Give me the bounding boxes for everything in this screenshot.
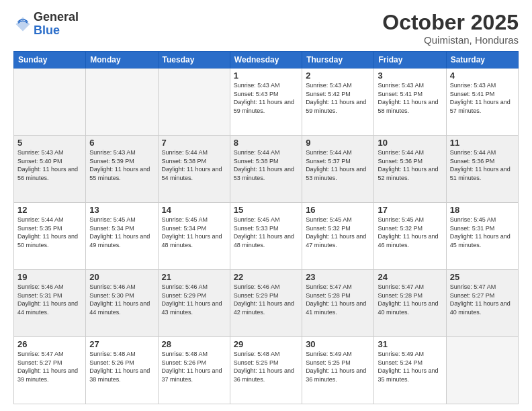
day-info: Sunrise: 5:45 AMSunset: 5:32 PMDaylight:… [306, 216, 370, 249]
day-info: Sunrise: 5:45 AMSunset: 5:33 PMDaylight:… [234, 216, 298, 249]
day-header-sunday: Sunday [14, 52, 86, 68]
calendar-cell: 24Sunrise: 5:47 AMSunset: 5:28 PMDayligh… [374, 270, 446, 337]
day-header-wednesday: Wednesday [230, 52, 302, 68]
day-header-thursday: Thursday [302, 52, 374, 68]
day-number: 30 [306, 339, 370, 349]
calendar-cell: 22Sunrise: 5:46 AMSunset: 5:29 PMDayligh… [230, 270, 302, 337]
calendar-cell: 16Sunrise: 5:45 AMSunset: 5:32 PMDayligh… [302, 203, 374, 270]
day-number: 29 [234, 339, 298, 349]
day-info: Sunrise: 5:45 AMSunset: 5:32 PMDaylight:… [378, 216, 442, 249]
day-number: 31 [378, 339, 442, 349]
calendar-cell: 19Sunrise: 5:46 AMSunset: 5:31 PMDayligh… [14, 270, 86, 337]
calendar-cell: 26Sunrise: 5:47 AMSunset: 5:27 PMDayligh… [14, 337, 86, 404]
calendar-cell: 27Sunrise: 5:48 AMSunset: 5:26 PMDayligh… [86, 337, 158, 404]
calendar-cell [14, 68, 86, 136]
day-info: Sunrise: 5:44 AMSunset: 5:35 PMDaylight:… [17, 216, 82, 249]
day-header-saturday: Saturday [446, 52, 518, 68]
day-info: Sunrise: 5:44 AMSunset: 5:38 PMDaylight:… [162, 148, 226, 182]
week-row-5: 26Sunrise: 5:47 AMSunset: 5:27 PMDayligh… [14, 337, 519, 404]
calendar-cell: 11Sunrise: 5:44 AMSunset: 5:36 PMDayligh… [446, 136, 518, 203]
day-number: 12 [17, 205, 82, 215]
calendar-cell: 31Sunrise: 5:49 AMSunset: 5:24 PMDayligh… [374, 337, 446, 404]
day-number: 14 [162, 205, 226, 215]
day-info: Sunrise: 5:49 AMSunset: 5:24 PMDaylight:… [378, 350, 442, 383]
calendar-cell: 5Sunrise: 5:43 AMSunset: 5:40 PMDaylight… [14, 136, 86, 203]
day-number: 8 [234, 138, 298, 148]
day-info: Sunrise: 5:46 AMSunset: 5:29 PMDaylight:… [162, 283, 226, 316]
logo: General Blue [13, 11, 79, 38]
day-number: 20 [89, 272, 154, 282]
calendar-cell: 18Sunrise: 5:45 AMSunset: 5:31 PMDayligh… [446, 203, 518, 270]
day-info: Sunrise: 5:45 AMSunset: 5:34 PMDaylight:… [89, 216, 154, 249]
calendar-cell: 17Sunrise: 5:45 AMSunset: 5:32 PMDayligh… [374, 203, 446, 270]
logo-icon [13, 15, 32, 34]
day-info: Sunrise: 5:49 AMSunset: 5:25 PMDaylight:… [306, 350, 370, 383]
day-info: Sunrise: 5:44 AMSunset: 5:38 PMDaylight:… [234, 148, 298, 182]
day-info: Sunrise: 5:45 AMSunset: 5:31 PMDaylight:… [450, 216, 515, 249]
day-header-tuesday: Tuesday [158, 52, 230, 68]
day-number: 5 [17, 138, 82, 148]
day-info: Sunrise: 5:43 AMSunset: 5:40 PMDaylight:… [17, 148, 82, 182]
calendar-cell: 8Sunrise: 5:44 AMSunset: 5:38 PMDaylight… [230, 136, 302, 203]
week-row-3: 12Sunrise: 5:44 AMSunset: 5:35 PMDayligh… [14, 203, 519, 270]
day-number: 18 [450, 205, 515, 215]
day-number: 3 [378, 71, 442, 81]
day-info: Sunrise: 5:48 AMSunset: 5:26 PMDaylight:… [162, 350, 226, 383]
day-number: 21 [162, 272, 226, 282]
day-number: 2 [306, 71, 370, 81]
day-info: Sunrise: 5:43 AMSunset: 5:41 PMDaylight:… [378, 81, 442, 115]
day-info: Sunrise: 5:43 AMSunset: 5:43 PMDaylight:… [234, 81, 298, 115]
day-number: 27 [89, 339, 154, 349]
day-info: Sunrise: 5:44 AMSunset: 5:36 PMDaylight:… [450, 148, 515, 182]
calendar-cell: 21Sunrise: 5:46 AMSunset: 5:29 PMDayligh… [158, 270, 230, 337]
title-block: October 2025 Quimistan, Honduras [382, 11, 519, 46]
day-info: Sunrise: 5:47 AMSunset: 5:27 PMDaylight:… [450, 283, 515, 316]
day-number: 25 [450, 272, 515, 282]
day-info: Sunrise: 5:43 AMSunset: 5:41 PMDaylight:… [450, 81, 515, 115]
day-header-monday: Monday [86, 52, 158, 68]
calendar-cell [446, 337, 518, 404]
calendar-table: SundayMondayTuesdayWednesdayThursdayFrid… [13, 51, 519, 404]
calendar-cell: 7Sunrise: 5:44 AMSunset: 5:38 PMDaylight… [158, 136, 230, 203]
day-info: Sunrise: 5:44 AMSunset: 5:37 PMDaylight:… [306, 148, 370, 182]
calendar-cell: 23Sunrise: 5:47 AMSunset: 5:28 PMDayligh… [302, 270, 374, 337]
day-number: 6 [89, 138, 154, 148]
page: General Blue October 2025 Quimistan, Hon… [0, 0, 532, 411]
logo-text: General Blue [34, 11, 79, 38]
day-number: 13 [89, 205, 154, 215]
calendar-cell: 14Sunrise: 5:45 AMSunset: 5:34 PMDayligh… [158, 203, 230, 270]
day-number: 19 [17, 272, 82, 282]
day-number: 15 [234, 205, 298, 215]
calendar-cell: 4Sunrise: 5:43 AMSunset: 5:41 PMDaylight… [446, 68, 518, 136]
calendar-cell: 28Sunrise: 5:48 AMSunset: 5:26 PMDayligh… [158, 337, 230, 404]
week-row-1: 1Sunrise: 5:43 AMSunset: 5:43 PMDaylight… [14, 68, 519, 136]
header: General Blue October 2025 Quimistan, Hon… [13, 11, 519, 46]
logo-blue: Blue [34, 24, 79, 38]
calendar-cell: 6Sunrise: 5:43 AMSunset: 5:39 PMDaylight… [86, 136, 158, 203]
month-title: October 2025 [382, 11, 519, 34]
day-info: Sunrise: 5:47 AMSunset: 5:28 PMDaylight:… [306, 283, 370, 316]
day-header-friday: Friday [374, 52, 446, 68]
week-row-4: 19Sunrise: 5:46 AMSunset: 5:31 PMDayligh… [14, 270, 519, 337]
calendar-cell: 12Sunrise: 5:44 AMSunset: 5:35 PMDayligh… [14, 203, 86, 270]
logo-general: General [34, 11, 79, 24]
day-info: Sunrise: 5:47 AMSunset: 5:28 PMDaylight:… [378, 283, 442, 316]
day-number: 26 [17, 339, 82, 349]
calendar-cell: 1Sunrise: 5:43 AMSunset: 5:43 PMDaylight… [230, 68, 302, 136]
calendar-cell: 2Sunrise: 5:43 AMSunset: 5:42 PMDaylight… [302, 68, 374, 136]
day-number: 1 [234, 71, 298, 81]
calendar-cell: 20Sunrise: 5:46 AMSunset: 5:30 PMDayligh… [86, 270, 158, 337]
day-info: Sunrise: 5:45 AMSunset: 5:34 PMDaylight:… [162, 216, 226, 249]
week-row-2: 5Sunrise: 5:43 AMSunset: 5:40 PMDaylight… [14, 136, 519, 203]
day-number: 4 [450, 71, 515, 81]
calendar-cell [158, 68, 230, 136]
day-info: Sunrise: 5:47 AMSunset: 5:27 PMDaylight:… [17, 350, 82, 383]
day-number: 24 [378, 272, 442, 282]
day-number: 22 [234, 272, 298, 282]
day-info: Sunrise: 5:44 AMSunset: 5:36 PMDaylight:… [378, 148, 442, 182]
calendar-cell [86, 68, 158, 136]
calendar-cell: 30Sunrise: 5:49 AMSunset: 5:25 PMDayligh… [302, 337, 374, 404]
calendar-cell: 29Sunrise: 5:48 AMSunset: 5:25 PMDayligh… [230, 337, 302, 404]
calendar-cell: 9Sunrise: 5:44 AMSunset: 5:37 PMDaylight… [302, 136, 374, 203]
day-info: Sunrise: 5:48 AMSunset: 5:25 PMDaylight:… [234, 350, 298, 383]
